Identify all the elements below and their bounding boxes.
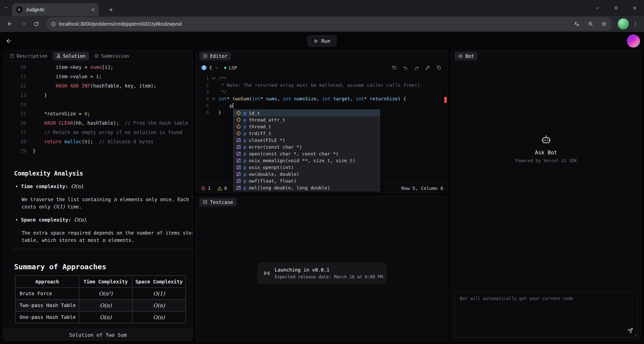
code-editor-icon: [203, 54, 208, 58]
judge4c-app: Run Description Solution: [0, 32, 644, 344]
completion-item[interactable]: pthread_attr_t: [233, 116, 380, 123]
editor-panel-title: Editor: [210, 53, 227, 59]
tab-close-icon[interactable]: [91, 8, 95, 12]
complexity-description-line: The extra space required depends on the …: [22, 229, 192, 237]
time-complexity-label: Time complexity:: [21, 184, 68, 189]
summary-table-row: Two-pass Hash TableO(n)O(n): [15, 299, 186, 311]
error-icon: [201, 186, 206, 191]
solution-footer: Solution of Two Sum: [4, 329, 192, 340]
editor-code-line[interactable]: 1/**: [196, 75, 448, 82]
bookmark-star-icon[interactable]: [599, 19, 609, 29]
completion-item[interactable]: ptrdiff_t: [233, 130, 380, 137]
editor-panel-tab[interactable]: Editor: [199, 52, 231, 60]
fold-chevron-icon[interactable]: [209, 78, 218, 79]
toast-subtitle: Expected release date: March 16 at 6:00 …: [275, 274, 385, 279]
tab-label: Description: [17, 53, 48, 59]
completion-item[interactable]: popen(const char *, const char *): [233, 150, 380, 157]
solution-panel-tabs: Description Solution Submission: [4, 50, 192, 62]
editor-actions: [390, 63, 443, 72]
solution-code-line: 25 *returnSize = 0;: [4, 109, 192, 118]
autocomplete-popup[interactable]: pid_tpthread_attr_tpthread_tptrdiff_tpcl…: [233, 109, 380, 191]
completion-item[interactable]: pclose(FILE *): [233, 137, 380, 144]
run-label: Run: [321, 38, 330, 44]
tab-search-chevron-icon[interactable]: [4, 5, 9, 10]
bot-empty-subtitle: Powered by Vercel Ai SDK: [515, 158, 577, 163]
fold-chevron-icon[interactable]: [209, 98, 218, 99]
completion-item[interactable]: posix_memalign(void **, size_t, size_t): [233, 157, 380, 164]
url-text[interactable]: localhost:3000/problems/cm8pjqdem0001ty8…: [59, 21, 182, 27]
circle-check-icon: [94, 54, 99, 58]
browser-menu-icon[interactable]: [630, 18, 640, 29]
editor-code-line[interactable]: 3 */: [196, 89, 448, 95]
search-lens-icon[interactable]: [585, 19, 596, 29]
editor-code-line[interactable]: 4int* twoSum(int* nums, int numsSize, in…: [196, 95, 448, 102]
toast-title: Launching in v0.0.1: [275, 267, 385, 273]
function-symbol-icon: [236, 185, 241, 190]
space-complexity-description: The extra space required depends on the …: [22, 229, 192, 244]
code-editor[interactable]: 1/**2 * Note: The returned array must be…: [196, 73, 448, 184]
tab-title: Judge4c: [26, 7, 88, 13]
window-close-button[interactable]: [625, 0, 644, 16]
browser-tab[interactable]: Judge4c: [12, 3, 99, 16]
bot-icon: [458, 54, 463, 58]
function-symbol-icon: [236, 165, 241, 170]
tab-description[interactable]: Description: [6, 52, 51, 60]
completion-item[interactable]: pid_t: [233, 110, 380, 116]
text-cursor: [233, 103, 233, 108]
browser-reload-button[interactable]: [30, 17, 43, 30]
lsp-status: LSP: [224, 65, 237, 70]
browser-forward-button[interactable]: [17, 17, 30, 30]
redo-icon[interactable]: [412, 63, 421, 72]
solution-panel: Description Solution Submission 20 item-…: [3, 50, 193, 341]
completion-item[interactable]: powf(float, float): [233, 178, 380, 184]
undo-icon[interactable]: [401, 63, 410, 72]
tab-submission[interactable]: Submission: [91, 52, 133, 60]
language-selector[interactable]: C C: [201, 64, 219, 71]
completion-item[interactable]: posix_openpt(int): [233, 164, 380, 171]
summary-table-row: One-pass Hash TableO(n)O(n): [15, 311, 186, 323]
completion-item[interactable]: perror(const char *): [233, 144, 380, 150]
space-complexity-item: Space complexity:O(n).: [15, 217, 192, 223]
solution-code-line: 20 item->key = nums[i];: [4, 62, 192, 72]
new-tab-button[interactable]: [107, 6, 115, 14]
format-code-icon[interactable]: [423, 63, 432, 72]
window-maximize-button[interactable]: [607, 0, 625, 16]
copy-code-icon[interactable]: [434, 63, 443, 72]
space-complexity-value: O(n).: [74, 217, 87, 223]
tab-solution[interactable]: Solution: [53, 52, 89, 60]
user-avatar[interactable]: [627, 34, 640, 48]
reset-code-icon[interactable]: [390, 63, 399, 72]
cursor-position: Row 5, Column 6: [401, 186, 443, 191]
window-minimize-button[interactable]: [588, 0, 607, 16]
warning-count[interactable]: 0: [217, 186, 227, 191]
broadcast-icon: [263, 270, 270, 277]
translate-icon[interactable]: [572, 19, 582, 29]
function-symbol-icon: [236, 179, 241, 184]
bot-message-input[interactable]: [455, 291, 637, 337]
completion-item[interactable]: pow(double, double): [233, 171, 380, 178]
editor-code-line[interactable]: 2 * Note: The returned array must be mal…: [196, 82, 448, 89]
site-info-icon[interactable]: [48, 18, 59, 29]
resize-grip-icon[interactable]: [633, 333, 637, 337]
editor-code-line[interactable]: 5 p: [196, 102, 448, 109]
function-symbol-icon: [236, 151, 241, 156]
solution-code-block: 20 item->key = nums[i];21 item->value = …: [4, 62, 192, 155]
bot-panel-tab[interactable]: Bot: [455, 52, 477, 60]
bot-empty-title: Ask Bot: [535, 150, 557, 156]
bot-panel-header: Bot: [452, 50, 640, 62]
error-count[interactable]: 1: [201, 186, 211, 191]
address-bar[interactable]: localhost:3000/problems/cm8pjqdem0001ty8…: [46, 17, 612, 31]
send-button[interactable]: [627, 328, 633, 334]
testcase-panel-tab[interactable]: Testcase: [199, 198, 237, 206]
app-back-button[interactable]: [4, 35, 15, 47]
browser-profile-avatar[interactable]: [618, 18, 629, 29]
window-controls: [588, 0, 644, 16]
file-text-icon: [10, 54, 14, 58]
solution-code-line: 24: [4, 100, 192, 109]
browser-back-button[interactable]: [4, 17, 17, 30]
run-button[interactable]: Run: [307, 35, 337, 47]
solution-code-line: 22 HASH_ADD_INT(hashTable, key, item);: [4, 81, 192, 90]
time-complexity-item: Time complexity:O(n).: [15, 183, 192, 189]
completion-item[interactable]: pthread_t: [233, 123, 380, 130]
completion-item[interactable]: powl(long double, long double): [233, 184, 380, 191]
